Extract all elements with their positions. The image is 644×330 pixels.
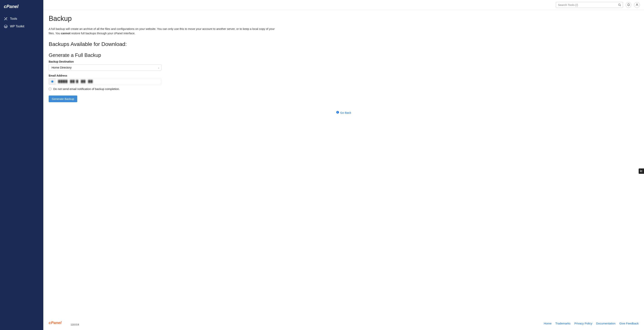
footer-link-trademarks[interactable]: Trademarks [555,322,570,325]
svg-point-7 [336,111,339,114]
footer-link-home[interactable]: Home [544,322,552,325]
generate-full-backup-heading: Generate a Full Backup [49,52,639,58]
sidebar-item-label: WP Toolkit [10,25,24,28]
footer-links: Home Trademarks Privacy Policy Documenta… [544,322,639,325]
generate-backup-button[interactable]: Generate Backup [49,96,77,102]
footer-link-privacy[interactable]: Privacy Policy [574,322,592,325]
svg-point-2 [6,18,7,18]
backup-destination-select[interactable]: Home Directory [49,64,162,71]
footer-version: 110.0.8 [70,323,79,326]
user-icon [636,3,638,7]
cpanel-logo[interactable]: cPanel [0,3,43,15]
arrow-left-circle-icon [336,111,339,114]
cpanel-footer-logo[interactable]: cPanel [49,321,70,326]
footer: cPanel 110.0.8 Home Trademarks Privacy P… [43,318,644,330]
wordpress-icon [4,24,8,28]
topbar [43,0,644,10]
sidebar-item-tools[interactable]: Tools [0,15,43,22]
notifications-button[interactable] [626,2,631,8]
no-email-row[interactable]: Do not send email notification of backup… [49,87,639,91]
user-account-button[interactable] [634,2,640,8]
tools-icon [4,17,8,21]
page-description: A full backup will create an archive of … [49,27,279,35]
search-icon[interactable] [618,3,622,7]
footer-link-feedback[interactable]: Give Feedback [619,322,639,325]
sidebar-item-wp-toolkit[interactable]: WP Toolkit [0,22,43,30]
stats-side-tab[interactable] [639,168,644,174]
backups-available-heading: Backups Available for Download: [49,41,639,47]
svg-line-5 [620,5,621,6]
backup-destination-label: Backup Destination [49,60,639,63]
send-email-radio[interactable] [51,80,54,83]
email-input[interactable] [56,78,162,85]
content: Backup A full backup will create an arch… [43,10,644,330]
main-area: Backup A full backup will create an arch… [43,0,644,330]
svg-point-6 [636,4,638,4]
sidebar-item-label: Tools [10,17,17,20]
svg-point-4 [618,4,620,5]
email-address-label: Email Address [49,74,639,77]
svg-text:cPanel: cPanel [49,321,62,325]
no-email-radio[interactable] [49,88,51,90]
email-radio-prefix [49,78,56,85]
no-email-label: Do not send email notification of backup… [53,87,120,91]
footer-link-documentation[interactable]: Documentation [596,322,616,325]
search-input[interactable] [556,2,623,8]
page-title: Backup [49,14,639,22]
go-back-link[interactable]: Go Back [336,111,351,114]
search-wrap [556,2,623,8]
bell-icon [627,3,630,7]
svg-point-1 [4,19,5,20]
svg-text:cPanel: cPanel [4,4,18,9]
chart-icon [640,169,643,173]
sidebar: cPanel Tools WP Toolkit [0,0,43,330]
